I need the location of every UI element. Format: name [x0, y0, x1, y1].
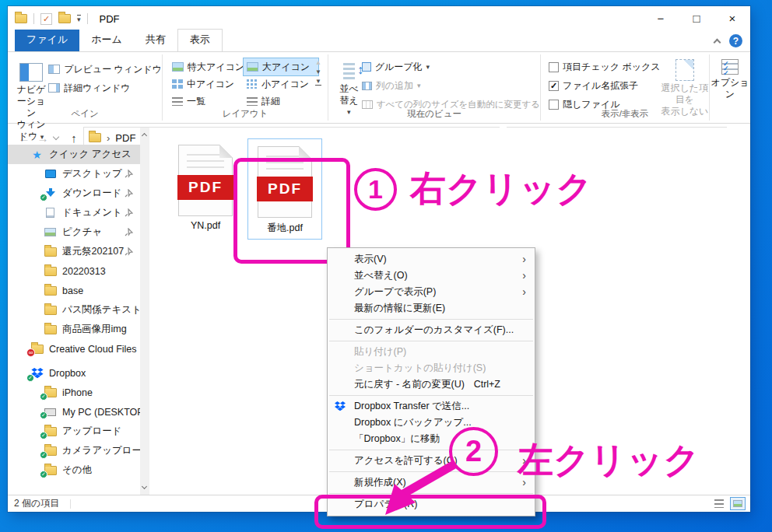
- sidebar-scrollbar[interactable]: [140, 128, 149, 495]
- properties-check-icon[interactable]: ✓: [40, 13, 52, 25]
- menu-item-refresh[interactable]: 最新の情報に更新(E): [328, 300, 535, 317]
- menu-item-customize-folder[interactable]: このフォルダーのカスタマイズ(F)...: [328, 322, 535, 338]
- ribbon-group-show-hide: 項目チェック ボックス ✓ファイル名拡張子 隠しファイル 選択した項目を 表示し…: [541, 52, 709, 123]
- file-extensions-checkbox[interactable]: ✓ファイル名拡張子: [549, 76, 661, 95]
- sidebar-item-folder[interactable]: パス関係テキスト: [8, 300, 140, 320]
- sidebar-item-documents[interactable]: ドキュメント: [8, 203, 140, 222]
- pin-icon: [125, 189, 133, 200]
- group-label-show-hide: 表示/非表示: [541, 108, 709, 120]
- details-pane-button[interactable]: 詳細ウィンドウ: [48, 79, 162, 97]
- checkbox-checked-icon: ✓: [549, 81, 559, 91]
- synced-badge-icon: [40, 451, 47, 459]
- sidebar-item-camera-upload[interactable]: カメラアップロード: [8, 441, 140, 460]
- sidebar-item-creative-cloud[interactable]: Creative Cloud Files: [8, 339, 140, 359]
- sidebar-item-my-pc[interactable]: My PC (DESKTOP-C70: [8, 402, 140, 422]
- menu-separator: [329, 493, 533, 494]
- sort-by-icon: ↕: [343, 63, 355, 82]
- layout-small-icons[interactable]: 小アイコン: [244, 75, 318, 93]
- pin-icon: [125, 228, 133, 239]
- menu-item-paste: 貼り付け(P): [328, 344, 535, 360]
- pictures-icon: [44, 228, 56, 236]
- hide-selected-icon: [676, 59, 694, 81]
- sidebar-item-folder[interactable]: 20220313: [8, 261, 140, 281]
- maximize-icon: □: [693, 12, 700, 25]
- tab-share[interactable]: 共有: [134, 30, 177, 51]
- sidebar-item-upload[interactable]: アップロード: [8, 422, 140, 441]
- customize-toolbar-dropdown-icon[interactable]: ▾: [77, 15, 81, 23]
- maximize-button[interactable]: □: [679, 6, 714, 30]
- options-button[interactable]: オプション: [710, 52, 750, 100]
- layout-medium-icons[interactable]: 中アイコン: [169, 75, 244, 93]
- synced-badge-icon: [40, 471, 47, 478]
- file-name: YN.pdf: [168, 220, 243, 231]
- sidebar-item-downloads[interactable]: ダウンロード: [8, 184, 140, 203]
- ribbon: ナビゲーション ウィンドウ ▾ プレビュー ウィンドウ 詳細ウィンドウ ペイン …: [8, 52, 750, 124]
- sidebar-item-quick-access[interactable]: ★クイック アクセス: [8, 145, 140, 164]
- submenu-arrow-icon: ›: [522, 251, 526, 268]
- folder-icon: [44, 247, 57, 257]
- layout-large-icons[interactable]: 大アイコン: [244, 58, 318, 75]
- layout-details[interactable]: 詳細: [244, 93, 318, 110]
- pdf-file-icon: PDF: [178, 145, 233, 216]
- group-label-panes: ペイン: [8, 108, 162, 120]
- pin-icon: [125, 170, 133, 180]
- menu-item-new[interactable]: 新規作成(X)›: [328, 474, 535, 491]
- ribbon-tabs: ファイル ホーム 共有 表示 ?: [8, 31, 750, 52]
- menu-item-move-to-dropbox[interactable]: 「Dropbox」に移動: [328, 431, 535, 447]
- extra-large-icon: [172, 62, 184, 72]
- menu-separator: [329, 319, 533, 320]
- close-button[interactable]: ×: [714, 6, 750, 30]
- menu-separator: [329, 395, 533, 396]
- synced-badge-icon: [40, 411, 47, 419]
- sidebar-item-folder[interactable]: base: [8, 281, 140, 300]
- help-icon[interactable]: ?: [729, 34, 742, 47]
- tab-home[interactable]: ホーム: [79, 30, 134, 51]
- synced-badge-icon: [40, 194, 47, 201]
- scroll-down-icon[interactable]: ▼: [315, 68, 321, 75]
- scroll-more-icon[interactable]: ▼: [315, 78, 321, 86]
- layout-extra-large-icons[interactable]: 特大アイコン: [169, 58, 244, 75]
- layout-list[interactable]: 一覧: [169, 93, 244, 110]
- menu-item-undo-rename[interactable]: 元に戻す - 名前の変更(U)Ctrl+Z: [328, 376, 535, 393]
- synced-badge-icon: [40, 432, 47, 439]
- add-columns-icon: [362, 82, 372, 90]
- tab-file[interactable]: ファイル: [15, 30, 79, 51]
- scroll-down-icon[interactable]: [142, 484, 147, 489]
- collapse-ribbon-icon[interactable]: [714, 39, 721, 47]
- minimize-button[interactable]: −: [643, 6, 679, 30]
- menu-item-dropbox-backup[interactable]: Dropbox にバックアップ...: [328, 415, 535, 431]
- new-folder-icon[interactable]: [58, 14, 71, 23]
- sidebar-item-other[interactable]: その他: [8, 460, 140, 480]
- window-title: PDF: [100, 13, 120, 25]
- sidebar-item-desktop[interactable]: デスクトップ: [8, 164, 140, 184]
- menu-item-sort-by[interactable]: 並べ替え(O)›: [328, 268, 535, 284]
- menu-item-dropbox-transfer[interactable]: Dropbox Transfer で送信...: [328, 398, 535, 415]
- menu-item-group-by[interactable]: グループで表示(P)›: [328, 284, 535, 300]
- tab-view[interactable]: 表示: [177, 29, 223, 51]
- annotation-step1-text: 右クリック: [410, 165, 592, 213]
- details-view-toggle[interactable]: [711, 497, 727, 510]
- menu-item-give-access[interactable]: アクセスを許可する(G)›: [328, 453, 535, 469]
- group-by-button[interactable]: グループ化▾: [362, 58, 540, 76]
- sidebar-item-folder[interactable]: 還元祭202107: [8, 242, 140, 261]
- folder-icon: [44, 325, 57, 334]
- medium-icon: [172, 79, 183, 89]
- desktop-icon: [45, 170, 56, 178]
- preview-pane-button[interactable]: プレビュー ウィンドウ: [48, 60, 162, 79]
- titlebar: ✓ ▾ PDF − □ ×: [8, 6, 750, 31]
- sidebar-item-folder[interactable]: 商品画像用img: [8, 320, 140, 339]
- scroll-up-icon[interactable]: [142, 133, 147, 138]
- item-checkboxes-checkbox[interactable]: 項目チェック ボックス: [549, 58, 661, 76]
- ribbon-group-layout: 特大アイコン 大アイコン 中アイコン 小アイコン 一覧 詳細 ▲ ▼ ▼ レイア…: [163, 52, 328, 123]
- sidebar-item-pictures[interactable]: ピクチャ: [8, 222, 140, 242]
- scroll-up-icon[interactable]: ▲: [315, 59, 321, 66]
- menu-item-view[interactable]: 表示(V)›: [328, 251, 535, 268]
- sidebar-item-iphone[interactable]: iPhone: [8, 383, 140, 402]
- sidebar-item-dropbox[interactable]: Dropbox: [8, 363, 140, 383]
- file-yn-pdf[interactable]: PDF YN.pdf: [168, 145, 243, 231]
- annotation-step2-circle: 2: [449, 427, 498, 476]
- thumbnail-view-toggle[interactable]: [730, 497, 746, 510]
- large-icon: [247, 62, 258, 72]
- pin-icon: [125, 247, 133, 258]
- add-columns-button[interactable]: 列の追加▾: [362, 76, 540, 95]
